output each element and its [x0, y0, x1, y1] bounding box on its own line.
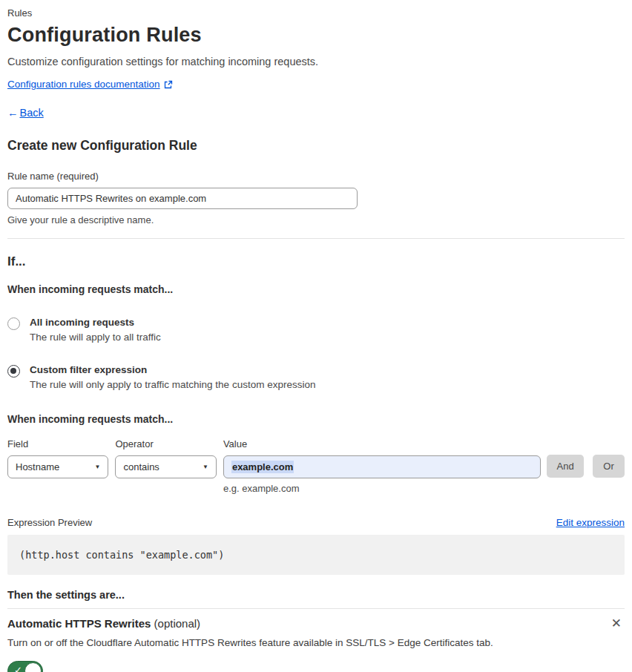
- match-heading: When incoming requests match...: [7, 283, 625, 295]
- page-title: Configuration Rules: [7, 24, 625, 47]
- back-link[interactable]: Back: [20, 107, 44, 119]
- then-settings-heading: Then the settings are...: [7, 589, 625, 601]
- automatic-https-rewrites-toggle[interactable]: ✓: [7, 661, 43, 672]
- toggle-knob: [24, 662, 42, 672]
- operator-label: Operator: [115, 438, 216, 449]
- value-input[interactable]: example.com: [223, 455, 541, 478]
- configuration-rules-page: Rules Configuration Rules Customize conf…: [0, 0, 632, 672]
- field-select[interactable]: Hostname ▼: [7, 455, 108, 478]
- operator-select[interactable]: contains ▼: [115, 455, 216, 478]
- expression-preview-box: (http.host contains "example.com"): [7, 535, 625, 575]
- setting-optional-tag: (optional): [154, 617, 201, 630]
- field-label: Field: [7, 438, 108, 449]
- radio-option-custom-filter[interactable]: Custom filter expression The rule will o…: [7, 364, 625, 390]
- value-input-text: example.com: [231, 461, 294, 473]
- and-button[interactable]: And: [547, 455, 584, 478]
- close-icon[interactable]: ✕: [608, 617, 625, 630]
- back-arrow-icon: ←: [7, 107, 19, 119]
- rule-name-input[interactable]: [7, 188, 358, 209]
- section-divider: [7, 238, 625, 239]
- setting-title-name: Automatic HTTPS Rewrites: [7, 617, 151, 630]
- radio-option-label: Custom filter expression: [30, 364, 315, 375]
- field-select-value: Hostname: [16, 461, 59, 472]
- chevron-down-icon: ▼: [203, 464, 208, 470]
- rule-name-help: Give your rule a descriptive name.: [7, 214, 625, 225]
- setting-description: Turn on or off the Cloudflare Automatic …: [7, 637, 625, 648]
- operator-select-value: contains: [123, 461, 159, 472]
- external-link-icon: [164, 80, 173, 89]
- filter-match-heading: When incoming requests match...: [7, 413, 625, 425]
- if-heading: If...: [7, 254, 625, 269]
- check-icon: ✓: [14, 665, 22, 672]
- value-help: e.g. example.com: [223, 483, 541, 494]
- breadcrumb: Rules: [7, 7, 625, 19]
- edit-expression-link[interactable]: Edit expression: [556, 517, 625, 528]
- radio-option-description: The rule will only apply to traffic matc…: [30, 379, 315, 390]
- rule-name-label: Rule name (required): [7, 171, 625, 182]
- filter-builder-row: Field Hostname ▼ Operator contains ▼ Val…: [7, 438, 625, 494]
- or-button[interactable]: Or: [593, 455, 625, 478]
- setting-divider: [7, 608, 625, 609]
- value-label: Value: [223, 438, 541, 449]
- page-subtitle: Customize configuration settings for mat…: [7, 56, 625, 67]
- radio-unselected-icon[interactable]: [7, 317, 20, 330]
- expression-code: (http.host contains "example.com"): [19, 549, 224, 561]
- radio-option-label: All incoming requests: [30, 317, 161, 328]
- chevron-down-icon: ▼: [95, 464, 101, 470]
- expression-preview-label: Expression Preview: [7, 517, 92, 528]
- back-row: ← Back: [7, 107, 625, 119]
- create-rule-heading: Create new Configuration Rule: [7, 138, 625, 154]
- radio-option-description: The rule will apply to all traffic: [30, 332, 161, 343]
- radio-selected-icon[interactable]: [7, 365, 20, 378]
- documentation-link[interactable]: Configuration rules documentation: [7, 79, 160, 90]
- setting-title: Automatic HTTPS Rewrites (optional): [7, 617, 200, 630]
- radio-option-all-incoming[interactable]: All incoming requests The rule will appl…: [7, 317, 625, 343]
